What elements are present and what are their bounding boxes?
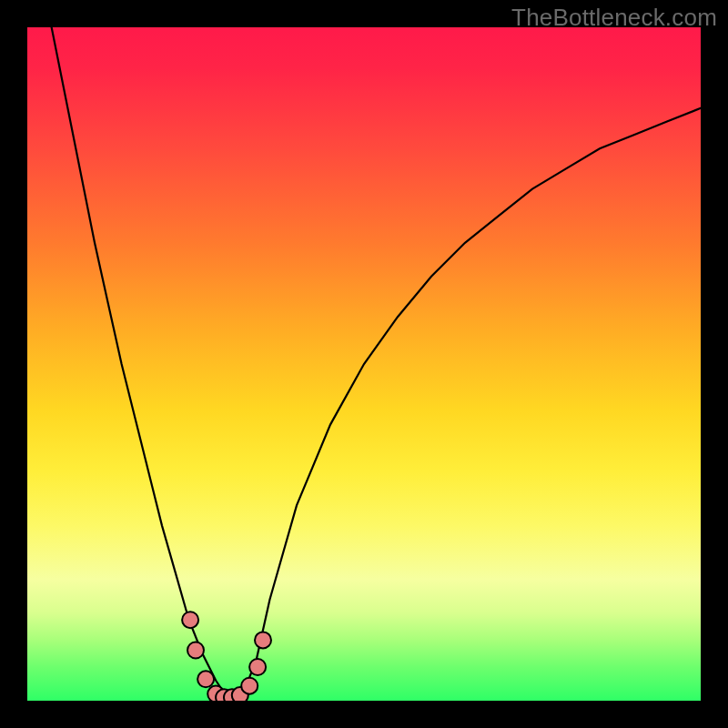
bottleneck-curve xyxy=(27,27,701,701)
data-marker xyxy=(241,678,258,694)
plot-area xyxy=(27,27,701,701)
data-marker xyxy=(187,642,204,659)
data-marker xyxy=(255,632,271,648)
data-marker xyxy=(182,612,198,628)
chart-frame: TheBottleneck.com xyxy=(0,0,728,728)
data-marker xyxy=(197,671,214,687)
watermark-text: TheBottleneck.com xyxy=(511,4,717,32)
data-marker xyxy=(249,659,266,675)
curve-layer xyxy=(27,27,701,701)
